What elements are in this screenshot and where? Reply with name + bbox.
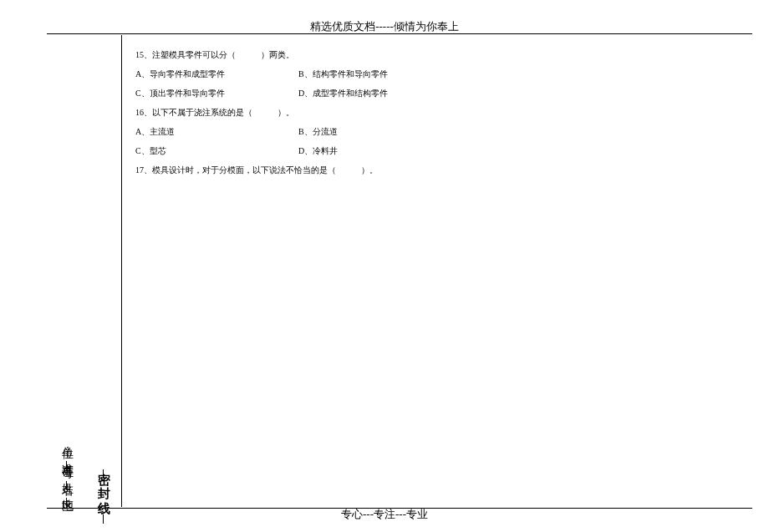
binding-sidebar: 单位： ︱︱︱︱︱︱︱︱︱ 准考证号： ︱︱︱︱︱︱︱︱︱ 姓名： ︱︱︱︱︱︱… <box>47 35 122 507</box>
option-row: A、主流道 B、分流道 <box>135 122 727 141</box>
option-c: C、顶出零件和导向零件 <box>135 84 298 103</box>
option-row: A、导向零件和成型零件 B、结构零件和导向零件 <box>135 64 727 84</box>
question-stem: 16、以下不属于浇注系统的是（ ）。 <box>135 103 727 122</box>
option-d: D、冷料井 <box>298 141 727 160</box>
option-a: A、主流道 <box>135 122 298 141</box>
option-a: A、导向零件和成型零件 <box>135 64 298 84</box>
option-row: C、型芯 D、冷料井 <box>135 141 727 160</box>
option-d: D、成型零件和结构零件 <box>298 84 727 103</box>
option-row: C、顶出零件和导向零件 D、成型零件和结构零件 <box>135 84 727 103</box>
exam-content: 15、注塑模具零件可以分（ ）两类。 A、导向零件和成型零件 B、结构零件和导向… <box>135 45 727 180</box>
question-stem: 17、模具设计时，对于分模面，以下说法不恰当的是（ ）。 <box>135 160 727 180</box>
field-exam-id: 准考证号： <box>59 453 74 474</box>
seal-label: 密封线 <box>96 462 112 507</box>
page-header: 精选优质文档-----倾情为你奉上 <box>0 19 769 34</box>
page-footer: 专心---专注---专业 <box>0 507 769 522</box>
field-name: 姓名： <box>59 474 74 490</box>
form-fields-column: 单位： ︱︱︱︱︱︱︱︱︱ 准考证号： ︱︱︱︱︱︱︱︱︱ 姓名： ︱︱︱︱︱︱… <box>59 35 75 507</box>
option-c: C、型芯 <box>135 141 298 160</box>
option-b: B、结构零件和导向零件 <box>298 64 727 84</box>
field-region: 地区： <box>59 490 74 507</box>
option-b: B、分流道 <box>298 122 727 141</box>
field-unit: 单位： <box>59 437 74 453</box>
seal-line-column: ︱︱︱︱︱︱︱︱︱︱︱︱ 密封线 ︱︱︱︱︱︱︱︱︱︱︱︱︱︱︱︱︱︱︱︱︱︱︱… <box>95 35 112 507</box>
content-left-border <box>121 35 122 507</box>
question-stem: 15、注塑模具零件可以分（ ）两类。 <box>135 45 727 64</box>
header-divider <box>47 33 752 34</box>
